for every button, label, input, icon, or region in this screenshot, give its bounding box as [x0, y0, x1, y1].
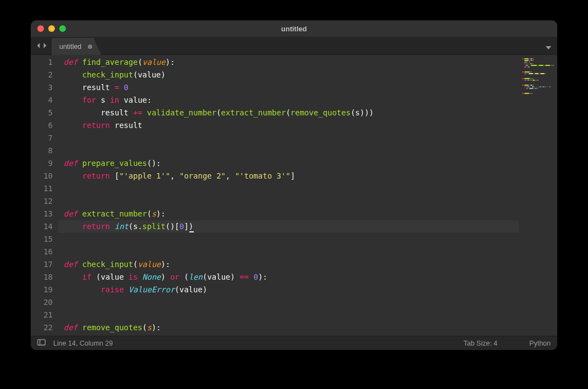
code-line[interactable]: def check_input(value): — [64, 258, 519, 271]
code-line[interactable]: def extract_number(s): — [64, 208, 519, 220]
code-line[interactable] — [64, 246, 519, 258]
line-number: 15 — [31, 233, 53, 246]
code-line[interactable] — [64, 195, 519, 208]
line-number: 7 — [31, 132, 53, 145]
code-line[interactable] — [64, 233, 519, 246]
line-number: 22 — [31, 321, 53, 334]
code-line[interactable] — [64, 132, 519, 145]
tab-untitled[interactable]: untitled — [52, 38, 101, 55]
code-line[interactable] — [64, 145, 519, 157]
code-line[interactable] — [64, 296, 519, 309]
line-number: 10 — [31, 170, 53, 182]
nav-arrows — [33, 41, 52, 54]
line-number: 13 — [31, 208, 53, 220]
code-line[interactable] — [64, 309, 519, 321]
code-line[interactable]: for s in value: — [64, 94, 519, 107]
code-editor[interactable]: def find_average(value): check_input(val… — [58, 55, 519, 336]
line-number: 12 — [31, 195, 53, 208]
code-line[interactable]: raise ValueError(value) — [64, 284, 519, 296]
code-line[interactable]: return ["'apple 1'", "orange 2", "'tomat… — [64, 170, 519, 182]
line-number: 3 — [31, 81, 53, 94]
line-number: 16 — [31, 246, 53, 258]
statusbar: Line 14, Column 29 Tab Size: 4 Python — [31, 336, 557, 350]
status-position[interactable]: Line 14, Column 29 — [53, 340, 113, 347]
status-tabsize[interactable]: Tab Size: 4 — [463, 340, 497, 347]
tab-overflow-button[interactable] — [545, 42, 552, 53]
line-number: 19 — [31, 284, 53, 296]
line-number: 5 — [31, 107, 53, 119]
line-number: 1 — [31, 56, 53, 69]
window-title: untitled — [31, 25, 557, 33]
code-line[interactable] — [64, 182, 519, 195]
code-line[interactable]: if (value is None) or (len(value) == 0): — [64, 271, 519, 284]
code-line[interactable]: return result — [64, 119, 519, 132]
code-line[interactable]: def find_average(value): — [64, 56, 519, 69]
line-number: 6 — [31, 119, 53, 132]
code-line[interactable]: check_input(value) — [64, 69, 519, 81]
code-line[interactable]: result += validate_number(extract_number… — [64, 107, 519, 119]
line-number: 14 — [31, 220, 53, 233]
code-line[interactable]: return int(s.split()[0]) — [64, 220, 519, 233]
line-number: 18 — [31, 271, 53, 284]
code-line[interactable]: def remove_quotes(s): — [64, 321, 519, 334]
code-line[interactable]: def prepare_values(): — [64, 157, 519, 170]
line-number: 17 — [31, 258, 53, 271]
line-number: 9 — [31, 157, 53, 170]
line-number: 20 — [31, 296, 53, 309]
editor-window: untitled untitled 1234567891011121314151… — [31, 20, 557, 350]
line-number: 21 — [31, 309, 53, 321]
tab-label: untitled — [59, 43, 81, 51]
zoom-button[interactable] — [59, 25, 66, 32]
line-number: 4 — [31, 94, 53, 107]
code-line[interactable]: result = 0 — [64, 81, 519, 94]
minimize-button[interactable] — [48, 25, 55, 32]
tabbar: untitled — [31, 37, 557, 55]
gutter: 12345678910111213141516171819202122 — [31, 55, 58, 336]
traffic-lights — [31, 25, 66, 32]
tab-dirty-icon — [88, 45, 92, 49]
nav-forward-icon[interactable] — [42, 41, 48, 51]
titlebar: untitled — [31, 20, 557, 37]
minimap[interactable] — [519, 55, 557, 336]
editor-area: 12345678910111213141516171819202122 def … — [31, 55, 557, 336]
line-number: 2 — [31, 69, 53, 81]
svg-rect-0 — [38, 340, 46, 345]
status-language[interactable]: Python — [529, 340, 551, 347]
panel-toggle-icon[interactable] — [37, 339, 46, 347]
line-number: 8 — [31, 145, 53, 157]
nav-back-icon[interactable] — [35, 41, 42, 51]
close-button[interactable] — [37, 25, 44, 32]
line-number: 11 — [31, 182, 53, 195]
